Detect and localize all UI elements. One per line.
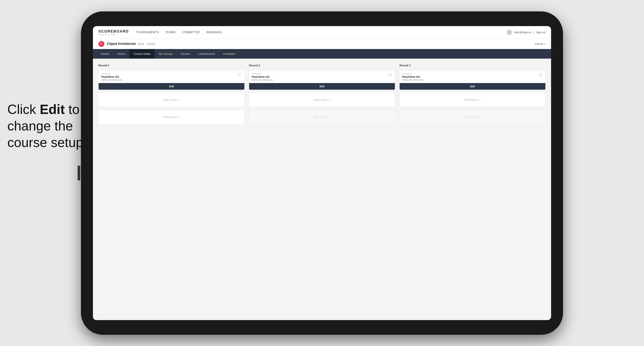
sign-out-link[interactable]: Sign out <box>536 31 546 34</box>
round-2-course-tag: (Course A) <box>252 73 270 75</box>
round-3-add-label-1: Add Course <box>464 98 478 101</box>
tab-bar: Details Teams Course Setup Tee Groups Re… <box>93 49 551 59</box>
tournament-gender: (Men) <box>138 42 144 45</box>
cancel-label: Cancel <box>535 42 543 45</box>
main-content: Round 1 (Course A) Peachtree GC ⊡ Yellow… <box>93 59 551 320</box>
round-2-add-plus-2: + <box>328 115 330 119</box>
round-1-add-plus-1: + <box>178 98 180 101</box>
round-3-course-header: (Course A) Peachtree GC ⊡ <box>400 70 546 78</box>
round-1-add-course-1[interactable]: Add Course + <box>98 92 244 107</box>
tab-tee-groups[interactable]: Tee Groups <box>154 49 177 59</box>
tab-leaderboards[interactable]: Leaderboards <box>194 49 219 59</box>
cancel-button[interactable]: Cancel × <box>535 42 546 45</box>
tablet-shell: SCOREBOARD Powered by clippr TOURNAMENTS… <box>81 11 563 335</box>
rounds-grid: Round 1 (Course A) Peachtree GC ⊡ Yellow… <box>98 64 546 124</box>
round-1-course-header: (Course A) Peachtree GC ⊡ <box>98 70 244 78</box>
tournament-logo: C <box>98 41 104 47</box>
user-email: blair@clippd.io <box>514 31 531 34</box>
tab-teams[interactable]: Teams <box>113 49 129 59</box>
round-3-add-course-2: Add Course + <box>400 110 546 124</box>
tab-details[interactable]: Details <box>96 49 113 59</box>
user-avatar <box>507 30 512 35</box>
logo-area: SCOREBOARD Powered by clippr <box>98 29 128 35</box>
tab-course-setup[interactable]: Course Setup <box>129 49 154 59</box>
round-1-add-plus-2: + <box>178 115 180 119</box>
round-1-course-tag: (Course A) <box>101 73 119 75</box>
round-2-column: Round 2 (Course A) Peachtree GC ⊡ Yellow… <box>249 64 395 124</box>
nav-committee[interactable]: COMMITTEE <box>182 30 200 35</box>
round-3-course-tag: (Course A) <box>402 73 420 75</box>
round-2-course-name: Peachtree GC <box>252 75 270 78</box>
round-1-delete-icon[interactable]: ⊡ <box>238 73 242 77</box>
round-3-delete-icon[interactable]: ⊡ <box>539 73 543 77</box>
round-3-add-course-1[interactable]: Add Course + <box>400 92 546 107</box>
tablet-side-button <box>78 166 80 180</box>
round-3-course-details: Yellow (M) (6629 yds) <box>400 78 546 83</box>
round-2-add-course-1[interactable]: Add Course + <box>249 92 395 107</box>
nav-links: TOURNAMENTS TEAMS COMMITTEE RANKINGS <box>136 30 506 35</box>
round-2-edit-button[interactable]: Edit <box>249 83 395 90</box>
tablet-screen: SCOREBOARD Powered by clippr TOURNAMENTS… <box>93 26 551 320</box>
tournament-status: Hosting <box>147 42 155 45</box>
round-3-label: Round 3 <box>400 64 546 67</box>
round-2-label: Round 2 <box>249 64 395 67</box>
round-1-course-card: (Course A) Peachtree GC ⊡ Yellow (M) (66… <box>98 70 244 90</box>
round-3-add-plus-1: + <box>479 98 480 101</box>
nav-teams[interactable]: TEAMS <box>166 30 176 35</box>
round-1-add-label-1: Add Course <box>163 98 177 101</box>
cancel-icon: × <box>544 42 546 45</box>
round-2-course-header: (Course A) Peachtree GC ⊡ <box>249 70 395 78</box>
round-2-course-card: (Course A) Peachtree GC ⊡ Yellow (M) (66… <box>249 70 395 90</box>
round-2-add-label-1: Add Course <box>314 98 327 101</box>
logo-sub: Powered by clippr <box>98 33 128 35</box>
round-2-delete-icon[interactable]: ⊡ <box>388 73 392 77</box>
round-3-add-plus-2: + <box>479 115 480 119</box>
round-2-add-course-2: Add Course + <box>249 110 395 124</box>
round-3-add-label-2: Add Course <box>464 116 478 119</box>
round-1-add-course-2[interactable]: Add Course + <box>98 110 244 124</box>
round-3-edit-button[interactable]: Edit <box>400 83 546 90</box>
round-2-add-plus-1: + <box>328 98 330 101</box>
tab-printables[interactable]: Printables <box>219 49 240 59</box>
round-1-course-name: Peachtree GC <box>101 75 119 78</box>
round-1-edit-button[interactable]: Edit <box>98 83 244 90</box>
tournament-name: Clippd Invitational <box>107 42 136 46</box>
tournament-bar: C Clippd Invitational (Men) Hosting Canc… <box>93 39 551 49</box>
round-1-label: Round 1 <box>98 64 244 67</box>
round-3-course-name: Peachtree GC <box>402 75 420 78</box>
nav-rankings[interactable]: RANKINGS <box>206 30 222 35</box>
nav-tournaments[interactable]: TOURNAMENTS <box>136 30 158 35</box>
nav-separator: | <box>533 31 534 34</box>
round-1-column: Round 1 (Course A) Peachtree GC ⊡ Yellow… <box>98 64 244 124</box>
annotation-bold: Edit <box>40 102 65 117</box>
top-nav: SCOREBOARD Powered by clippr TOURNAMENTS… <box>93 26 551 39</box>
round-3-course-card: (Course A) Peachtree GC ⊡ Yellow (M) (66… <box>400 70 546 90</box>
logo-scoreboard: SCOREBOARD <box>98 29 128 33</box>
round-1-add-label-2: Add Course <box>163 116 177 119</box>
round-2-add-label-2: Add Course <box>314 116 327 119</box>
tab-results[interactable]: Results <box>177 49 194 59</box>
round-1-course-details: Yellow (M) (6629 yds) <box>98 78 244 83</box>
round-3-column: Round 3 (Course A) Peachtree GC ⊡ Yellow… <box>400 64 546 124</box>
nav-right: blair@clippd.io | Sign out <box>507 30 546 35</box>
round-2-course-details: Yellow (M) (6629 yds) <box>249 78 395 83</box>
